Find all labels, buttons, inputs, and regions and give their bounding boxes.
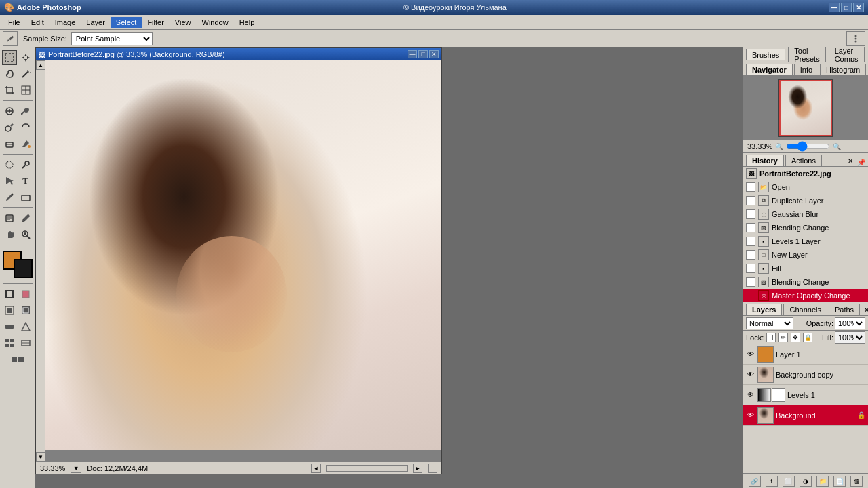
text-tool[interactable]: T [18,174,33,188]
crop-tool[interactable] [2,83,17,98]
menu-layer[interactable]: Layer [81,17,111,28]
tab-info[interactable]: Info [794,64,818,75]
edit-tool-1[interactable] [2,319,17,334]
extra-tool-2[interactable] [18,336,33,350]
menu-help[interactable]: Help [234,17,260,28]
resize-grip[interactable] [428,464,437,473]
extra-tool-3[interactable] [10,352,25,367]
maximize-button[interactable]: □ [841,3,852,12]
sample-size-select[interactable]: Point Sample 3 by 3 Average 5 by 5 Avera… [71,32,153,45]
tab-navigator[interactable]: Navigator [746,64,793,75]
tab-channels[interactable]: Channels [783,304,827,315]
lock-image-button[interactable]: ✏ [778,333,788,342]
history-close-button[interactable]: ✕ [845,156,856,166]
brush-tool[interactable] [18,104,33,119]
screen-mode-1[interactable] [2,303,17,318]
horizontal-scrollbar-track[interactable] [326,465,408,472]
edit-tool-2[interactable] [18,319,33,334]
tab-paths[interactable]: Paths [829,304,860,315]
marquee-tool[interactable] [2,50,17,65]
doc-close-button[interactable]: ✕ [429,50,439,58]
tab-actions[interactable]: Actions [785,155,822,166]
menu-window[interactable]: Window [197,17,234,28]
blend-mode-select[interactable]: Normal [746,317,793,329]
layer-mask-button[interactable]: ⬜ [783,476,795,487]
tab-histogram[interactable]: Histogram [820,64,866,75]
layer-item-1[interactable]: 👁 Layer 1 [743,344,868,365]
minimize-button[interactable]: — [829,3,840,12]
eraser-tool[interactable] [2,136,17,151]
doc-scroll-container[interactable]: ▲ ▼ [36,60,441,462]
menu-view[interactable]: View [170,17,197,28]
opacity-select[interactable]: 100% [835,317,865,329]
hand-tool[interactable] [2,227,17,242]
menu-file[interactable]: File [3,17,26,28]
menu-select[interactable]: Select [111,17,142,28]
notes-tool[interactable] [2,211,17,226]
lock-all-button[interactable]: 🔒 [803,333,812,342]
history-item-levels[interactable]: ▪ Levels 1 Layer [743,235,868,248]
extra-tool-1[interactable] [2,336,17,350]
dodge-tool[interactable] [18,157,33,172]
history-item-newlayer[interactable]: □ New Layer [743,248,868,262]
layer-new-button[interactable]: 📄 [833,476,846,487]
history-item-opacity[interactable]: ◎ Master Opacity Change [743,289,868,302]
zoom-minus-button[interactable]: 🔍 [775,143,783,150]
layer-eye-bg-copy[interactable]: 👁 [746,370,755,380]
layer-eye-background[interactable]: 👁 [746,411,755,420]
layer-delete-button[interactable]: 🗑 [850,476,863,487]
v-scroll-down[interactable]: ▼ [36,452,45,462]
eyedropper-tool-btn[interactable] [3,31,18,46]
pen-tool[interactable] [2,190,17,205]
quick-mask-mode[interactable] [18,287,33,302]
layer-adjustment-button[interactable]: ◑ [800,476,812,487]
doc-maximize-button[interactable]: □ [418,50,428,58]
magic-wand-tool[interactable] [18,66,33,81]
blur-tool[interactable] [2,157,17,172]
layer-item-bg-copy[interactable]: 👁 Background copy [743,365,868,385]
clone-stamp-tool[interactable] [2,120,17,135]
background-color[interactable] [14,259,33,278]
zoom-plus-button[interactable]: 🔍 [833,143,841,150]
layer-eye-levels[interactable]: 👁 [746,390,755,400]
layer-group-button[interactable]: 📁 [816,476,829,487]
layer-style-button[interactable]: f [766,476,778,487]
doc-minimize-button[interactable]: — [408,50,417,58]
lock-position-button[interactable]: ✥ [791,333,800,342]
eyedropper-tool[interactable] [18,211,33,226]
history-item-duplicate[interactable]: ⧉ Duplicate Layer [743,194,868,207]
layer-link-button[interactable]: 🔗 [749,476,761,487]
history-item-blend2[interactable]: ▧ Blending Change [743,275,868,289]
tab-history[interactable]: History [746,155,784,166]
menu-edit[interactable]: Edit [26,17,50,28]
menu-image[interactable]: Image [50,17,81,28]
v-scroll-up[interactable]: ▲ [36,60,45,70]
layers-close-button[interactable]: ✕ [861,305,868,315]
doc-canvas[interactable] [45,60,441,450]
shape-tool[interactable] [18,190,33,205]
history-pin-button[interactable]: 📌 [857,159,865,166]
screen-mode-2[interactable] [18,303,33,318]
zoom-slider[interactable] [786,143,830,150]
standard-mode[interactable] [2,287,17,302]
layer-item-background[interactable]: 👁 Background 🔒 [743,405,868,426]
layer-eye-1[interactable]: 👁 [746,350,755,359]
paint-bucket-tool[interactable] [18,136,33,151]
history-item-fill[interactable]: ▪ Fill [743,262,868,275]
zoom-tool[interactable] [18,227,33,242]
lasso-tool[interactable] [2,66,17,81]
zoom-context-button[interactable]: ▼ [71,464,81,473]
slice-tool[interactable] [18,83,33,98]
tab-brushes[interactable]: Brushes [746,49,785,60]
lock-transparent-button[interactable]: ☐ [766,333,776,342]
menu-filter[interactable]: Filter [142,17,169,28]
scroll-right-button[interactable]: ► [413,464,422,473]
scroll-left-button[interactable]: ◄ [311,464,321,473]
close-button[interactable]: ✕ [853,3,864,12]
history-brush-tool[interactable] [18,120,33,135]
history-item-open[interactable]: 📂 Open [743,180,868,194]
path-select-tool[interactable] [2,174,17,188]
history-item-blend1[interactable]: ▧ Blending Change [743,221,868,235]
layer-item-levels[interactable]: 👁 Levels 1 [743,385,868,405]
fill-select[interactable]: 100% [835,331,865,344]
